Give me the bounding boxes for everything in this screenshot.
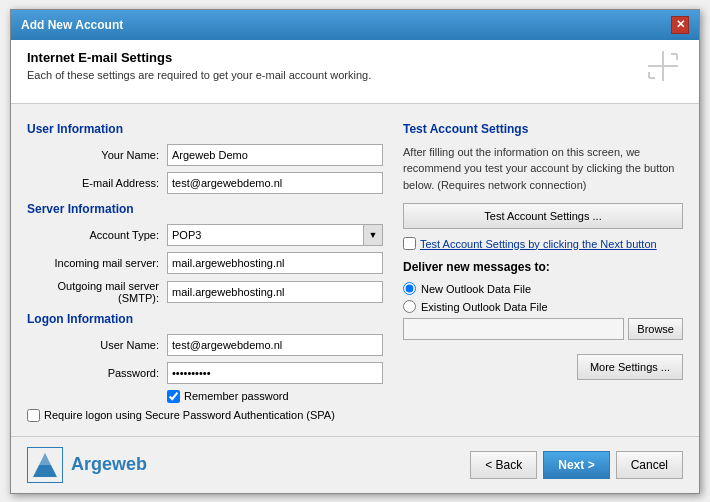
header-text: Internet E-mail Settings Each of these s… — [27, 50, 371, 81]
test-account-description: After filling out the information on thi… — [403, 144, 683, 194]
test-next-checkbox[interactable] — [403, 237, 416, 250]
header-title: Internet E-mail Settings — [27, 50, 371, 65]
spa-label: Require logon using Secure Password Auth… — [44, 409, 335, 421]
outgoing-server-label: Outgoing mail server (SMTP): — [27, 280, 167, 304]
outgoing-server-row: Outgoing mail server (SMTP): — [27, 280, 383, 304]
cursor-icon — [643, 46, 683, 93]
server-info-title: Server Information — [27, 202, 383, 216]
account-type-wrap: POP3 IMAP ▼ — [167, 224, 383, 246]
your-name-input[interactable] — [167, 144, 383, 166]
more-settings-row: More Settings ... — [403, 354, 683, 380]
next-button[interactable]: Next > — [543, 451, 609, 479]
cancel-button[interactable]: Cancel — [616, 451, 683, 479]
account-type-label: Account Type: — [27, 229, 167, 241]
dialog-window: Add New Account ✕ Internet E-mail Settin… — [10, 9, 700, 494]
remember-password-row: Remember password — [167, 390, 383, 403]
remember-password-checkbox[interactable] — [167, 390, 180, 403]
back-button[interactable]: < Back — [470, 451, 537, 479]
test-account-button[interactable]: Test Account Settings ... — [403, 203, 683, 229]
footer-brand: Argeweb — [27, 447, 147, 483]
test-account-title: Test Account Settings — [403, 122, 683, 136]
your-name-label: Your Name: — [27, 149, 167, 161]
brand-logo-wrap — [27, 447, 63, 483]
header-description: Each of these settings are required to g… — [27, 69, 371, 81]
incoming-server-label: Incoming mail server: — [27, 257, 167, 269]
account-type-row: Account Type: POP3 IMAP ▼ — [27, 224, 383, 246]
password-row: Password: — [27, 362, 383, 384]
content-area: User Information Your Name: E-mail Addre… — [11, 104, 699, 436]
user-info-title: User Information — [27, 122, 383, 136]
incoming-server-row: Incoming mail server: — [27, 252, 383, 274]
incoming-server-input[interactable] — [167, 252, 383, 274]
test-next-label: Test Account Settings by clicking the Ne… — [420, 238, 657, 250]
left-panel: User Information Your Name: E-mail Addre… — [27, 118, 383, 422]
more-settings-button[interactable]: More Settings ... — [577, 354, 683, 380]
title-bar: Add New Account ✕ — [11, 10, 699, 40]
username-label: User Name: — [27, 339, 167, 351]
existing-outlook-row: Existing Outlook Data File — [403, 300, 683, 313]
header-section: Internet E-mail Settings Each of these s… — [11, 40, 699, 104]
brand-name: Argeweb — [71, 454, 147, 475]
username-input[interactable] — [167, 334, 383, 356]
spa-checkbox[interactable] — [27, 409, 40, 422]
test-next-row: Test Account Settings by clicking the Ne… — [403, 237, 683, 250]
outgoing-server-input[interactable] — [167, 281, 383, 303]
username-row: User Name: — [27, 334, 383, 356]
your-name-row: Your Name: — [27, 144, 383, 166]
footer: Argeweb < Back Next > Cancel — [11, 436, 699, 493]
existing-outlook-radio[interactable] — [403, 300, 416, 313]
new-outlook-radio[interactable] — [403, 282, 416, 295]
deliver-title: Deliver new messages to: — [403, 260, 683, 274]
logon-info-title: Logon Information — [27, 312, 383, 326]
spa-row: Require logon using Secure Password Auth… — [27, 409, 383, 422]
existing-file-row: Browse — [403, 318, 683, 340]
svg-marker-7 — [38, 453, 52, 465]
password-input[interactable] — [167, 362, 383, 384]
account-type-select[interactable]: POP3 IMAP — [167, 224, 383, 246]
remember-password-label: Remember password — [184, 390, 289, 402]
email-address-row: E-mail Address: — [27, 172, 383, 194]
password-label: Password: — [27, 367, 167, 379]
browse-button[interactable]: Browse — [628, 318, 683, 340]
argeweb-logo-icon — [30, 450, 60, 480]
new-outlook-label: New Outlook Data File — [421, 283, 531, 295]
dialog-title: Add New Account — [21, 18, 123, 32]
existing-outlook-label: Existing Outlook Data File — [421, 301, 548, 313]
footer-buttons: < Back Next > Cancel — [470, 451, 683, 479]
existing-file-input[interactable] — [403, 318, 624, 340]
right-panel: Test Account Settings After filling out … — [403, 118, 683, 422]
close-button[interactable]: ✕ — [671, 16, 689, 34]
email-address-input[interactable] — [167, 172, 383, 194]
email-address-label: E-mail Address: — [27, 177, 167, 189]
new-outlook-row: New Outlook Data File — [403, 282, 683, 295]
